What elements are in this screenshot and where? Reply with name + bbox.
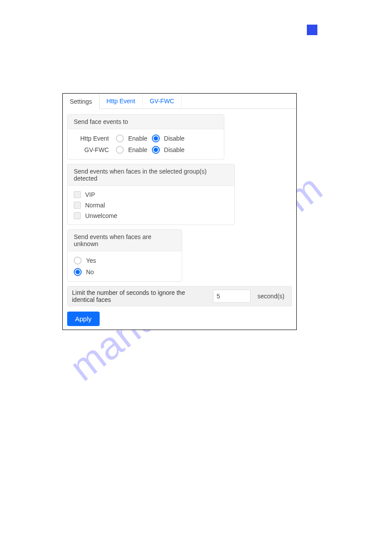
http-event-disable-radio[interactable] bbox=[152, 134, 160, 142]
enable-label: Enable bbox=[128, 135, 147, 142]
tab-gv-fwc[interactable]: GV-FWC bbox=[143, 94, 182, 109]
card-selected-groups: Send events when faces in the selected g… bbox=[67, 164, 235, 225]
chapter-number: 3 bbox=[323, 26, 326, 34]
checkbox-normal[interactable] bbox=[74, 202, 81, 209]
face-event-settings-panel: Settings Http Event GV-FWC Send face eve… bbox=[62, 93, 297, 330]
tab-settings[interactable]: Settings bbox=[63, 94, 100, 109]
limit-label: Limit the number of seconds to ignore th… bbox=[72, 289, 209, 303]
limit-unit-label: second(s) bbox=[255, 293, 287, 300]
disable-label: Disable bbox=[164, 135, 185, 142]
section-heading: 3.2.5 Face Event bbox=[61, 51, 331, 62]
tab-http-event[interactable]: Http Event bbox=[100, 94, 143, 109]
card-unknown-faces: Send events when faces are unknown Yes N… bbox=[67, 229, 182, 282]
group-vip-label: VIP bbox=[85, 191, 95, 198]
card-send-face-events-to: Send face events to Http Event Enable Di… bbox=[67, 114, 224, 160]
http-event-row-label: Http Event bbox=[74, 135, 109, 142]
intro-text: You can send face events to Http Listeni… bbox=[61, 77, 331, 88]
checkbox-unwelcome[interactable] bbox=[74, 212, 81, 219]
gv-fwc-enable-radio[interactable] bbox=[116, 146, 124, 154]
apply-button[interactable]: Apply bbox=[67, 312, 100, 326]
chapter-badge bbox=[307, 25, 317, 35]
group-normal-label: Normal bbox=[85, 202, 105, 209]
unknown-no-radio[interactable] bbox=[74, 268, 82, 276]
card-header-send-to: Send face events to bbox=[68, 115, 224, 129]
page-number: 33 bbox=[0, 528, 392, 535]
http-event-enable-radio[interactable] bbox=[116, 134, 124, 142]
checkbox-vip[interactable] bbox=[74, 191, 81, 198]
limit-seconds-bar: Limit the number of seconds to ignore th… bbox=[67, 286, 292, 306]
gv-fwc-row-label: GV-FWC bbox=[74, 146, 109, 153]
unknown-yes-radio[interactable] bbox=[74, 257, 82, 265]
page-header: Chapter 3 bbox=[278, 25, 326, 35]
limit-seconds-input[interactable] bbox=[213, 290, 251, 303]
tabs-bar: Settings Http Event GV-FWC bbox=[63, 94, 296, 109]
group-unwelcome-label: Unwelcome bbox=[85, 212, 117, 219]
unknown-no-label: No bbox=[86, 268, 94, 276]
unknown-yes-label: Yes bbox=[86, 257, 96, 264]
gv-fwc-disable-radio[interactable] bbox=[152, 146, 160, 154]
chapter-label: Chapter bbox=[278, 26, 301, 34]
card-header-groups: Send events when faces in the selected g… bbox=[68, 164, 234, 186]
disable-label: Disable bbox=[164, 146, 185, 153]
enable-label: Enable bbox=[128, 146, 147, 153]
card-header-unknown: Send events when faces are unknown bbox=[68, 230, 182, 251]
